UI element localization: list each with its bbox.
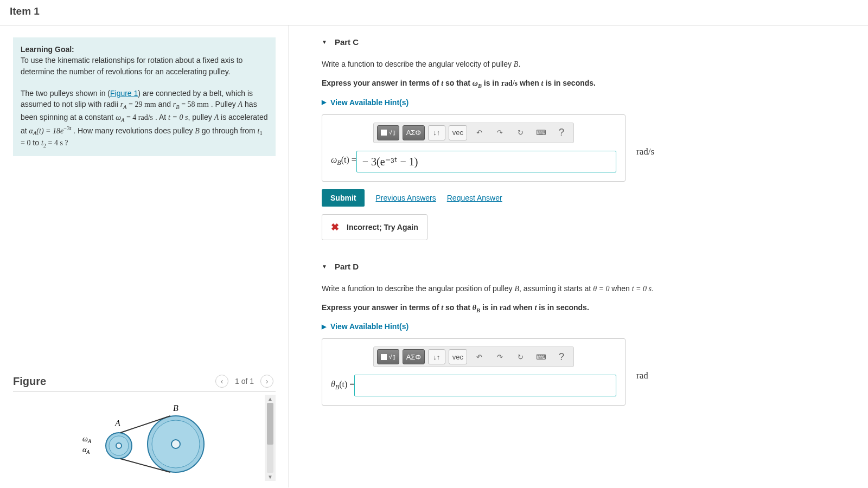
part-c-feedback: ✖ Incorrect; Try Again	[322, 214, 427, 240]
figure-scrollbar[interactable]: ▲ ▼	[265, 395, 276, 481]
scroll-down-icon[interactable]: ▼	[267, 473, 273, 481]
keyboard-button[interactable]: ⌨	[532, 349, 550, 364]
collapse-icon: ▼	[322, 264, 327, 269]
subsup-button[interactable]: ↓↑	[428, 349, 445, 364]
figure-link[interactable]: Figure 1	[110, 89, 138, 98]
chevron-right-icon: ▶	[322, 99, 326, 106]
part-c-express: Express your answer in terms of t so tha…	[322, 78, 852, 91]
svg-text:B: B	[173, 403, 178, 413]
part-d-prompt: Write a function to describe the angular…	[322, 283, 852, 294]
figure-panel: Figure ‹ 1 of 1 ›	[13, 375, 276, 481]
part-c-lhs: ωB(t) =	[331, 155, 356, 167]
part-d-express: Express your answer in terms of t so tha…	[322, 302, 852, 315]
right-column: ▼ Part C Write a function to describe th…	[289, 25, 868, 487]
part-c-units: rad/s	[636, 146, 654, 157]
equation-toolbar: √▯ ΑΣΦ ↓↑ vec ↶ ↷ ↻ ⌨ ?	[373, 346, 574, 367]
svg-point-5	[116, 443, 122, 448]
reset-button[interactable]: ↻	[512, 349, 529, 364]
incorrect-icon: ✖	[331, 221, 339, 233]
svg-text:A: A	[114, 419, 120, 428]
part-c-header[interactable]: ▼ Part C	[322, 37, 852, 47]
part-c-submit-button[interactable]: Submit	[322, 189, 365, 207]
greek-button[interactable]: ΑΣΦ	[403, 125, 425, 140]
chevron-right-icon: ▶	[322, 323, 326, 330]
part-d-hints-toggle[interactable]: ▶ View Available Hint(s)	[322, 322, 852, 331]
vec-button[interactable]: vec	[449, 349, 467, 364]
greek-button[interactable]: ΑΣΦ	[403, 349, 425, 364]
part-c-prompt: Write a function to describe the angular…	[322, 59, 852, 70]
vec-button[interactable]: vec	[449, 125, 467, 140]
previous-answers-link[interactable]: Previous Answers	[375, 194, 436, 202]
templates-button[interactable]: √▯	[377, 125, 399, 140]
redo-button[interactable]: ↷	[491, 125, 508, 140]
part-d-lhs: θB(t) =	[331, 380, 354, 391]
part-c-answer-input[interactable]	[356, 151, 616, 172]
problem-text-start: The two pulleys shown in (	[21, 89, 110, 98]
undo-button[interactable]: ↶	[470, 125, 488, 140]
left-column: Learning Goal: To use the kinematic rela…	[0, 25, 289, 487]
svg-point-2	[171, 440, 180, 448]
svg-text:αA: αA	[82, 446, 90, 455]
part-c-hints-toggle[interactable]: ▶ View Available Hint(s)	[322, 98, 852, 107]
part-d-header[interactable]: ▼ Part D	[322, 262, 852, 271]
keyboard-button[interactable]: ⌨	[532, 125, 550, 140]
equation-toolbar: √▯ ΑΣΦ ↓↑ vec ↶ ↷ ↻ ⌨ ?	[373, 123, 574, 143]
part-d-units: rad	[636, 370, 648, 381]
figure-image: A B ωA αA	[13, 395, 265, 481]
svg-text:ωA: ωA	[82, 435, 92, 444]
help-button[interactable]: ?	[553, 125, 570, 140]
page-title: Item 1	[0, 0, 868, 25]
collapse-icon: ▼	[322, 39, 327, 45]
subsup-button[interactable]: ↓↑	[428, 125, 445, 140]
templates-button[interactable]: √▯	[377, 349, 399, 364]
learning-goal-text-1: To use the kinematic relationships for r…	[21, 56, 242, 75]
part-d-answer-input[interactable]	[354, 375, 616, 396]
figure-next-button[interactable]: ›	[260, 375, 273, 388]
figure-prev-button[interactable]: ‹	[215, 375, 228, 388]
reset-button[interactable]: ↻	[512, 125, 529, 140]
scroll-up-icon[interactable]: ▲	[267, 395, 273, 403]
help-button[interactable]: ?	[553, 349, 570, 364]
part-c-answer-box: √▯ ΑΣΦ ↓↑ vec ↶ ↷ ↻ ⌨ ? ωB(t) =	[322, 114, 626, 182]
redo-button[interactable]: ↷	[491, 349, 508, 364]
learning-goal-label: Learning Goal:	[21, 45, 74, 54]
figure-title: Figure	[13, 375, 213, 388]
part-d-answer-box: √▯ ΑΣΦ ↓↑ vec ↶ ↷ ↻ ⌨ ? θB(t) =	[322, 338, 626, 406]
request-answer-link[interactable]: Request Answer	[447, 194, 502, 202]
undo-button[interactable]: ↶	[470, 349, 488, 364]
figure-counter: 1 of 1	[235, 377, 254, 386]
learning-goal-box: Learning Goal: To use the kinematic rela…	[13, 37, 276, 156]
